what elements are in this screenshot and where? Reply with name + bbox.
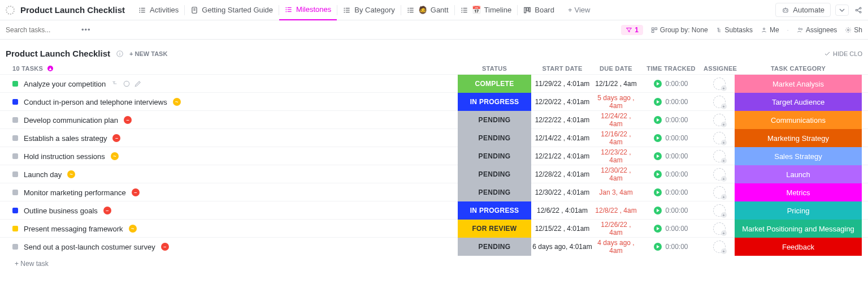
tab-timeline[interactable]: 📅Timeline (455, 0, 518, 20)
play-icon[interactable] (654, 225, 662, 233)
time-tracked-cell[interactable]: 0:00:00 (639, 116, 704, 124)
group-by-button[interactable]: Group by: None (651, 26, 708, 34)
status-cell[interactable]: IN PROGRESS (458, 201, 531, 220)
tab-activities[interactable]: Activities (133, 0, 184, 20)
add-assignee-icon[interactable] (713, 241, 726, 253)
task-category-cell[interactable]: Market Positioning and Messaging (735, 220, 862, 238)
col-due-date[interactable]: DUE DATE (593, 65, 639, 72)
due-date-cell[interactable]: 12/23/22 , 4am (593, 148, 639, 164)
info-icon[interactable] (116, 50, 124, 58)
task-category-cell[interactable]: Marketing Strategy (735, 129, 862, 147)
start-date-cell[interactable]: 12/21/22 , 4:01am (531, 152, 593, 160)
share-icon[interactable] (854, 6, 862, 14)
start-date-cell[interactable]: 12/20/22 , 4:01am (531, 98, 593, 106)
new-task-row-button[interactable]: + New task (0, 255, 868, 272)
status-square-icon[interactable] (12, 226, 18, 231)
assignee-cell[interactable] (704, 168, 735, 181)
status-square-icon[interactable] (12, 208, 18, 213)
status-square-icon[interactable] (12, 190, 18, 195)
time-tracked-cell[interactable]: 0:00:00 (639, 170, 704, 178)
status-square-icon[interactable] (12, 244, 18, 250)
add-assignee-icon[interactable] (713, 222, 726, 235)
col-assignee[interactable]: ASSIGNEE (704, 65, 735, 72)
subtask-icon[interactable] (111, 80, 119, 88)
due-date-cell[interactable]: 12/24/22 , 4am (593, 112, 639, 128)
play-icon[interactable] (654, 134, 662, 142)
time-tracked-cell[interactable]: 0:00:00 (639, 243, 704, 251)
play-icon[interactable] (654, 170, 662, 178)
play-icon[interactable] (654, 152, 662, 160)
pencil-icon[interactable] (134, 80, 142, 88)
add-assignee-icon[interactable] (713, 78, 726, 90)
task-category-cell[interactable]: Communications (735, 111, 862, 129)
status-cell[interactable]: COMPLETE (458, 75, 531, 93)
col-status[interactable]: STATUS (458, 65, 531, 72)
more-options[interactable]: ••• (81, 25, 91, 34)
task-row[interactable]: Outline business goals – IN PROGRESS 12/… (0, 201, 868, 219)
search-input[interactable] (6, 26, 73, 34)
start-date-cell[interactable]: 11/29/22 , 4:01am (531, 80, 593, 88)
play-icon[interactable] (654, 207, 662, 214)
add-assignee-icon[interactable] (713, 132, 726, 144)
show-button[interactable]: Sh (845, 26, 862, 34)
play-icon[interactable] (654, 243, 662, 251)
time-tracked-cell[interactable]: 0:00:00 (639, 80, 704, 88)
task-category-cell[interactable]: Launch (735, 165, 862, 183)
assignee-cell[interactable] (704, 78, 735, 90)
automate-dropdown[interactable] (835, 5, 849, 16)
status-cell[interactable]: FOR REVIEW (458, 220, 531, 238)
automate-button[interactable]: Automate (775, 3, 831, 17)
assignee-cell[interactable] (704, 186, 735, 199)
due-date-cell[interactable]: Jan 3, 4am (593, 188, 639, 196)
status-cell[interactable]: PENDING (458, 238, 531, 256)
task-category-cell[interactable]: Metrics (735, 183, 862, 201)
start-date-cell[interactable]: 12/22/22 , 4:01am (531, 116, 593, 124)
task-row[interactable]: Monitor marketing performance – PENDING … (0, 183, 868, 201)
status-square-icon[interactable] (12, 153, 18, 159)
start-date-cell[interactable]: 12/30/22 , 4:01am (531, 188, 593, 196)
add-assignee-icon[interactable] (713, 186, 726, 199)
assignees-button[interactable]: Assignees (797, 26, 837, 34)
due-date-cell[interactable]: 12/30/22 , 4am (593, 166, 639, 182)
time-tracked-cell[interactable]: 0:00:00 (639, 152, 704, 160)
add-assignee-icon[interactable] (713, 96, 726, 108)
start-date-cell[interactable]: 12/15/22 , 4:01am (531, 225, 593, 233)
time-tracked-cell[interactable]: 0:00:00 (639, 134, 704, 142)
sort-indicator-icon[interactable]: ▲ (47, 66, 53, 71)
subtasks-button[interactable]: Subtasks (716, 26, 753, 34)
status-square-icon[interactable] (12, 99, 18, 105)
col-task-category[interactable]: TASK CATEGORY (735, 65, 862, 72)
start-date-cell[interactable]: 12/6/22 , 4:01am (531, 207, 593, 214)
add-view-button[interactable]: + View (562, 6, 596, 14)
link-icon[interactable] (123, 80, 131, 88)
task-category-cell[interactable]: Pricing (735, 201, 862, 220)
filter-button[interactable]: 1 (621, 25, 643, 35)
task-category-cell[interactable]: Sales Strategy (735, 147, 862, 165)
tab-getting-started-guide[interactable]: Getting Started Guide (185, 0, 279, 20)
assignee-cell[interactable] (704, 96, 735, 108)
due-date-cell[interactable]: 5 days ago , 4am (593, 94, 639, 110)
task-row[interactable]: Establish a sales strategy – PENDING 12/… (0, 128, 868, 147)
assignee-cell[interactable] (704, 150, 735, 162)
status-square-icon[interactable] (12, 81, 18, 87)
task-category-cell[interactable]: Target Audience (735, 93, 862, 111)
start-date-cell[interactable]: 12/28/22 , 4:01am (531, 170, 593, 178)
status-cell[interactable]: PENDING (458, 129, 531, 147)
start-date-cell[interactable]: 6 days ago, 4:01am (531, 243, 593, 251)
task-category-cell[interactable]: Market Analysis (735, 75, 862, 93)
due-date-cell[interactable]: 4 days ago , 4am (593, 239, 639, 255)
play-icon[interactable] (654, 116, 662, 124)
due-date-cell[interactable]: 12/1/22 , 4am (593, 80, 639, 88)
task-category-cell[interactable]: Feedback (735, 238, 862, 256)
task-row[interactable]: Analyze your competition COMPLETE 11/29/… (0, 74, 868, 92)
assignee-cell[interactable] (704, 132, 735, 144)
task-row[interactable]: Present messaging framework ~ FOR REVIEW… (0, 219, 868, 237)
tab-by-category[interactable]: By Category (337, 0, 401, 20)
play-icon[interactable] (654, 80, 662, 88)
play-icon[interactable] (654, 98, 662, 106)
due-date-cell[interactable]: 12/16/22 , 4am (593, 130, 639, 146)
add-assignee-icon[interactable] (713, 114, 726, 126)
start-date-cell[interactable]: 12/14/22 , 4:01am (531, 134, 593, 142)
tab-board[interactable]: Board (518, 0, 560, 20)
status-cell[interactable]: PENDING (458, 147, 531, 165)
